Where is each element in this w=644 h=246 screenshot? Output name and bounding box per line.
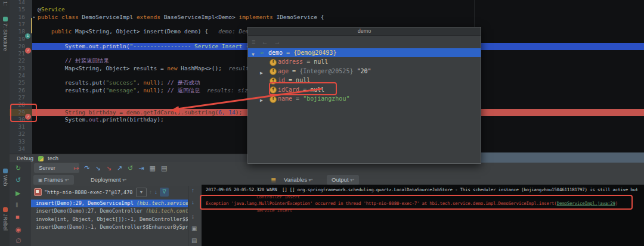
step-into-icon[interactable]: ↘ <box>95 164 100 172</box>
field-icon: f <box>270 68 277 75</box>
line-number: 32 <box>10 130 25 138</box>
print-console-icon[interactable]: ▤ <box>191 237 197 244</box>
line-number: 33 <box>10 138 25 145</box>
line-number: 26 <box>10 87 25 94</box>
line-number: 20 <box>10 43 25 50</box>
line-number: 21 <box>10 50 25 57</box>
thread-combo-arrow[interactable]: ▼ <box>136 188 147 197</box>
restore-layout-icon[interactable]: ↕ <box>191 213 194 220</box>
tool-window-stripe: 1: 7: Structure Web JRebel <box>0 0 10 246</box>
debug-left-toolbar: ↻↺▶‖■◉∅ <box>10 162 31 246</box>
stop-icon[interactable]: ■ <box>16 213 20 220</box>
evaluate-expression-icon[interactable]: ▦ <box>150 164 156 172</box>
update-application-icon[interactable]: ↺ <box>16 176 21 184</box>
step-out-icon[interactable]: ↗ <box>117 164 122 172</box>
forward-arrow-icon[interactable]: → <box>274 38 280 45</box>
red-annotation-box-idcard <box>269 82 337 95</box>
line-number: 18 <box>10 28 25 35</box>
variable-row-address[interactable]: faddress = null <box>248 57 481 66</box>
red-annotation-box-exception <box>200 195 633 210</box>
line-number: 24 <box>10 72 25 79</box>
rerun-icon[interactable]: ↻ <box>16 164 21 172</box>
stack-frame-row[interactable]: insert(Demo):29, DemoServiceImpl (hbi.te… <box>31 200 188 207</box>
scroll-down-icon[interactable]: ↓ <box>191 199 194 205</box>
line-number: 27 <box>10 94 25 101</box>
code-line[interactable]: @Service <box>32 6 644 13</box>
console-output[interactable]: 2017-09-05 20:05:52.320 WARN [] [] org.s… <box>202 185 644 246</box>
red-annotation-box-breakpoint <box>10 104 37 122</box>
pin-window-icon[interactable]: ▣ <box>191 225 197 232</box>
frames-panel: "http-nio-8080-exec-7"@17,470 in... ▼ ↑ … <box>31 186 188 246</box>
line-number: 34 <box>10 145 25 152</box>
breakpoint-icon[interactable]: ✓ <box>25 43 32 50</box>
stack-frame-row[interactable]: insertDemo(Demo):-1, DemoController$$Enh… <box>31 223 188 231</box>
mute-breakpoints-icon[interactable]: ∅ <box>16 237 21 245</box>
tab-server[interactable]: Server <box>34 163 79 173</box>
line-number: 15 <box>10 6 25 13</box>
structure-icon <box>3 17 8 21</box>
tab-output[interactable]: Output ▾* <box>327 175 359 185</box>
popup-toolbar: ≡←→ <box>252 36 280 47</box>
scroll-up-icon[interactable]: ↑ <box>191 187 194 194</box>
stack-frame-row[interactable]: insertDemo(Demo):27, DemoController (hbi… <box>31 207 188 215</box>
field-icon: f <box>270 59 277 66</box>
ide-window: 1: 7: Structure Web JRebel 1415161718i19… <box>0 0 644 246</box>
thread-icon <box>34 188 42 196</box>
stripe-label-jrebel[interactable]: JRebel <box>2 207 8 231</box>
tab-variables[interactable]: Variables ▾* <box>279 175 318 185</box>
variable-row-name[interactable]: ▶fname = "bojiangzhou" <box>248 94 481 103</box>
expander-icon[interactable]: ▶ <box>260 96 263 105</box>
hamburger-icon[interactable]: ≣ <box>271 176 276 184</box>
watch-icon: ≈ <box>260 50 266 56</box>
line-number: 22 <box>10 57 25 64</box>
line-number: 31 <box>10 123 25 130</box>
tab-frames[interactable]: ▣ Frames ▾* <box>33 175 74 185</box>
line-number: 16 <box>10 14 25 21</box>
force-step-into-icon[interactable]: ↘ <box>106 164 112 172</box>
thread-dropdown[interactable]: "http-nio-8080-exec-7"@17,470 in... <box>44 189 134 195</box>
fold-arrow-icon[interactable]: ▸ <box>33 14 36 21</box>
line-number: 23 <box>10 65 25 72</box>
pause-icon[interactable]: ‖ <box>16 201 18 208</box>
tab-deployment[interactable]: Deployment ▾* <box>86 175 131 185</box>
editor-gutter[interactable]: 1415161718i1920✓212223242526272829✓30313… <box>10 0 33 154</box>
jrebel-icon <box>3 207 8 212</box>
line-number: 17 <box>10 21 25 28</box>
resume-icon[interactable]: ▶ <box>16 189 20 197</box>
run-to-cursor-icon[interactable]: ⇥ <box>138 164 144 172</box>
web-icon <box>3 169 8 173</box>
line-number: 14 <box>10 0 25 6</box>
header-accent-strip <box>480 152 644 163</box>
variable-row-demo[interactable]: ▼≈demo = {Demo@20493} <box>248 48 481 57</box>
watch-options-icon[interactable]: ≡ <box>252 38 255 45</box>
thread-selector-row: "http-nio-8080-exec-7"@17,470 in... ▼ ↑ … <box>31 186 188 198</box>
popup-title[interactable]: demo <box>248 27 481 36</box>
frame-down-icon[interactable]: ↓ <box>154 189 157 195</box>
console-warn-line: 2017-09-05 20:05:52.320 WARN [] [] org.s… <box>206 186 644 193</box>
variable-row-age[interactable]: ▶fage = {Integer@20525} "20" <box>248 67 481 76</box>
view-breakpoints-icon[interactable]: ◉ <box>16 226 21 233</box>
stripe-label-project[interactable]: 1: <box>2 1 8 6</box>
show-execution-point-icon[interactable]: ↦ <box>73 164 79 172</box>
hide-frames-filter-icon[interactable]: ∇ <box>160 188 169 197</box>
stripe-label-web[interactable]: Web <box>2 169 8 186</box>
field-icon: f <box>270 96 277 103</box>
stepping-toolbar: ↦↷↘↘↗↺⇥▦▤ <box>73 162 167 174</box>
frame-up-icon[interactable]: ↑ <box>149 189 152 195</box>
code-line[interactable]: public class DemoServiceImpl extends Bas… <box>32 14 644 21</box>
drop-frame-icon[interactable]: ↺ <box>128 164 133 172</box>
line-number: 25 <box>10 79 25 86</box>
back-arrow-icon[interactable]: ← <box>261 38 268 45</box>
stack-frame-row[interactable]: invoke(int, Object, Object[]):-1, DemoCo… <box>31 216 188 223</box>
line-number: 19 <box>10 36 25 43</box>
code-line[interactable] <box>32 0 644 6</box>
step-over-icon[interactable]: ↷ <box>84 164 89 172</box>
variables-popup: demo ≡←→ ▼≈demo = {Demo@20493}faddress =… <box>247 27 481 164</box>
view-breakpoints-grid-icon[interactable]: ▤ <box>161 164 167 172</box>
debug-toolbar-row: Server ↦↷↘↘↗↺⇥▦▤ <box>10 162 644 174</box>
stripe-label-structure[interactable]: 7: Structure <box>2 17 8 51</box>
